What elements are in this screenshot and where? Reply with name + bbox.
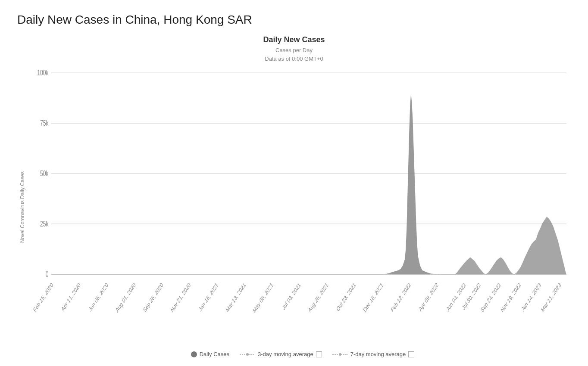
legend-line-svg-7day xyxy=(332,352,348,357)
chart-wrapper: Daily New Cases Cases per Day Data as of… xyxy=(17,31,571,357)
chart-inner: 100k 75k 50k 25k 0 xyxy=(29,66,571,347)
chart-area: Novel Coronavirus Daily Cases 100k 75k 5… xyxy=(17,66,571,347)
svg-text:May 08, 2021: May 08, 2021 xyxy=(252,281,274,314)
svg-point-38 xyxy=(246,353,249,356)
legend-line-3day xyxy=(240,352,255,357)
legend-line-7day xyxy=(332,352,348,357)
svg-text:Nov 21, 2020: Nov 21, 2020 xyxy=(170,281,192,314)
svg-text:Apr 09, 2022: Apr 09, 2022 xyxy=(418,281,439,313)
svg-text:Jun 06, 2020: Jun 06, 2020 xyxy=(88,281,109,313)
legend-label-3day: 3-day moving average xyxy=(258,351,313,357)
svg-text:Jul 03, 2021: Jul 03, 2021 xyxy=(281,281,301,312)
svg-text:Mar 11, 2023: Mar 11, 2023 xyxy=(540,281,562,314)
legend-line-svg-3day xyxy=(240,352,255,357)
svg-text:Nov 19, 2022: Nov 19, 2022 xyxy=(500,281,522,314)
legend-dot-daily-cases xyxy=(191,351,197,357)
legend-label-daily-cases: Daily Cases xyxy=(200,351,229,357)
svg-text:0: 0 xyxy=(46,270,49,279)
legend-item-7day: 7-day moving average xyxy=(332,351,415,357)
svg-text:Feb 12, 2022: Feb 12, 2022 xyxy=(390,281,411,314)
svg-text:Jan 14, 2023: Jan 14, 2023 xyxy=(520,281,542,313)
svg-marker-13 xyxy=(455,257,486,274)
svg-text:Sep 26, 2020: Sep 26, 2020 xyxy=(142,281,164,314)
chart-svg-container: 100k 75k 50k 25k 0 xyxy=(29,66,571,347)
svg-text:Sep 24, 2022: Sep 24, 2022 xyxy=(480,281,502,314)
svg-marker-14 xyxy=(485,257,514,274)
svg-text:Oct 23, 2021: Oct 23, 2021 xyxy=(335,281,357,313)
svg-point-40 xyxy=(339,353,341,356)
svg-text:Feb 15, 2020: Feb 15, 2020 xyxy=(32,281,54,314)
svg-marker-15 xyxy=(514,217,566,274)
page-container: Daily New Cases in China, Hong Kong SAR … xyxy=(0,0,588,366)
legend-item-3day: 3-day moving average xyxy=(240,351,322,357)
legend-label-7day: 7-day moving average xyxy=(350,351,406,357)
legend-checkbox-7day[interactable] xyxy=(408,351,414,357)
svg-text:75k: 75k xyxy=(40,119,49,127)
svg-text:Jan 16, 2021: Jan 16, 2021 xyxy=(198,281,219,313)
svg-marker-12 xyxy=(385,93,440,274)
y-axis-label: Novel Coronavirus Daily Cases xyxy=(17,66,28,347)
legend: Daily Cases 3-day moving average xyxy=(174,351,415,357)
main-title: Daily New Cases in China, Hong Kong SAR xyxy=(17,13,571,27)
chart-title: Daily New Cases xyxy=(263,35,325,44)
svg-text:25k: 25k xyxy=(40,220,49,228)
legend-item-daily-cases: Daily Cases xyxy=(191,351,229,357)
svg-text:Aug 01, 2020: Aug 01, 2020 xyxy=(115,281,137,314)
svg-text:Dec 18, 2021: Dec 18, 2021 xyxy=(362,281,384,314)
svg-text:Aug 28, 2021: Aug 28, 2021 xyxy=(307,281,329,314)
chart-subtitle: Cases per Day Data as of 0:00 GMT+0 xyxy=(265,46,323,63)
svg-text:50k: 50k xyxy=(40,169,49,178)
chart-svg: 100k 75k 50k 25k 0 xyxy=(29,66,571,347)
svg-text:100k: 100k xyxy=(37,68,49,77)
svg-text:Apr 11, 2020: Apr 11, 2020 xyxy=(60,281,81,313)
legend-checkbox-3day[interactable] xyxy=(316,351,322,357)
svg-text:Mar 13, 2021: Mar 13, 2021 xyxy=(225,281,247,314)
